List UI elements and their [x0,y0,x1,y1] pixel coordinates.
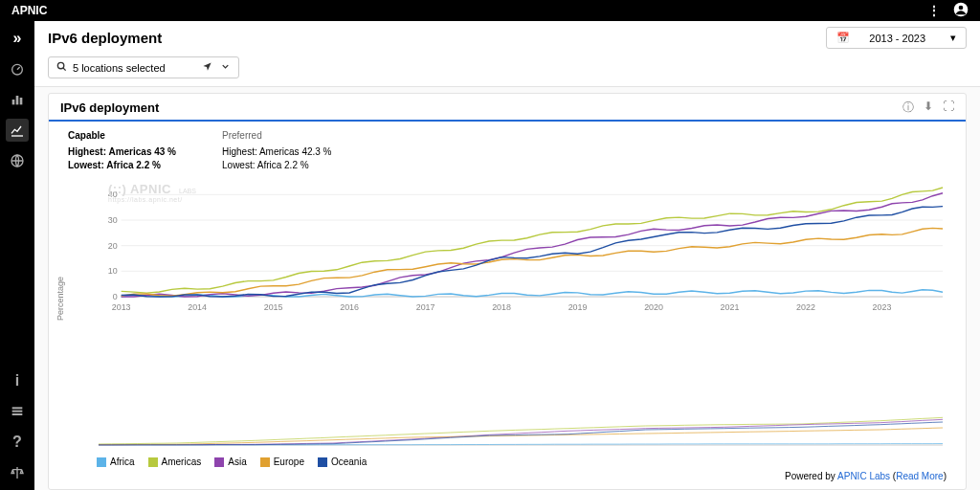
legend-swatch [318,457,327,467]
svg-rect-3 [12,100,15,104]
apnic-labs-link[interactable]: APNIC Labs [837,471,890,481]
svg-rect-9 [12,413,23,415]
chevron-down-icon [220,61,231,74]
download-icon[interactable]: ⬇ [924,100,933,116]
svg-point-2 [12,64,23,75]
capable-label: Capable [68,129,176,143]
svg-text:2021: 2021 [721,302,740,312]
svg-text:2019: 2019 [568,302,588,312]
watermark: (::) APNIC LABS https://labs.apnic.net/ [108,182,196,203]
legend-item[interactable]: Oceania [318,457,367,467]
legend-label: Oceania [331,457,367,467]
svg-text:2018: 2018 [492,302,511,312]
legend-item[interactable]: Asia [214,457,246,467]
date-range-picker[interactable]: 📅 2013 - 2023 ▾ [826,27,967,49]
svg-text:2020: 2020 [644,302,663,312]
info-icon[interactable]: ⓘ [902,100,914,116]
calendar-icon: 📅 [836,32,850,44]
svg-text:2014: 2014 [188,302,207,312]
panel-title: IPv6 deployment [60,100,159,115]
sidebar-expand[interactable]: » [6,27,29,50]
sidebar-bar-chart-icon[interactable] [6,88,29,111]
svg-text:20: 20 [108,241,118,251]
legend-swatch [97,457,106,467]
read-more-link[interactable]: Read More [896,471,943,481]
chevron-down-icon: ▾ [950,32,956,44]
date-range-value: 2013 - 2023 [869,33,925,44]
location-summary: 5 locations selected [73,62,166,74]
legend-swatch [148,457,158,467]
svg-text:30: 30 [108,215,118,225]
svg-text:2013: 2013 [112,302,131,312]
menu-kebab-icon[interactable]: ⋮ [928,4,940,17]
legend-item[interactable]: Americas [148,457,202,467]
sidebar-help-icon[interactable]: ? [6,431,29,454]
location-picker[interactable]: 5 locations selected [48,56,239,78]
powered-by: Powered by APNIC Labs (Read More) [49,467,966,489]
capable-highest: Highest: Americas 43 % [68,145,176,159]
svg-text:2017: 2017 [416,302,435,312]
svg-rect-5 [20,98,23,104]
sidebar-dashboard-icon[interactable] [6,57,29,80]
sidebar-line-chart-icon[interactable] [6,119,29,142]
svg-point-10 [57,62,63,68]
location-arrow-icon [202,61,212,74]
brand-logo: APNIC [11,4,47,17]
svg-point-1 [959,5,964,10]
capable-lowest: Lowest: Africa 2.2 % [68,159,176,172]
legend-label: Africa [110,457,135,467]
svg-text:2023: 2023 [873,302,892,312]
legend-item[interactable]: Europe [260,457,304,467]
preferred-label: Preferred [222,129,332,143]
legend-item[interactable]: Africa [97,457,135,467]
legend-swatch [260,457,270,467]
sidebar-info-icon[interactable]: i [6,369,29,392]
sidebar-list-icon[interactable] [6,400,29,423]
svg-rect-4 [16,96,19,104]
svg-text:2015: 2015 [264,302,283,312]
svg-text:2016: 2016 [340,302,359,312]
legend-label: Europe [274,457,304,467]
svg-text:0: 0 [113,292,118,301]
fullscreen-icon[interactable]: ⛶ [943,100,954,116]
legend-label: Asia [228,457,246,467]
svg-text:10: 10 [108,266,118,276]
sidebar-globe-icon[interactable] [6,149,29,172]
legend-label: Americas [162,457,202,467]
sidebar-scales-icon[interactable] [6,461,29,484]
svg-rect-8 [12,411,23,412]
legend-swatch [214,457,224,467]
search-icon [56,61,67,74]
y-axis-label: Percentage [56,276,65,320]
preferred-highest: Highest: Americas 42.3 % [222,145,332,159]
overview-chart[interactable] [97,412,947,447]
main-chart: 0102030402013201420152016201720182019202… [97,178,947,312]
page-title: IPv6 deployment [48,30,162,46]
legend: AfricaAmericasAsiaEuropeOceania [49,451,966,467]
svg-rect-7 [12,407,23,409]
preferred-lowest: Lowest: Africa 2.2 % [222,159,332,172]
svg-text:2022: 2022 [796,302,815,312]
account-icon[interactable] [953,2,969,20]
